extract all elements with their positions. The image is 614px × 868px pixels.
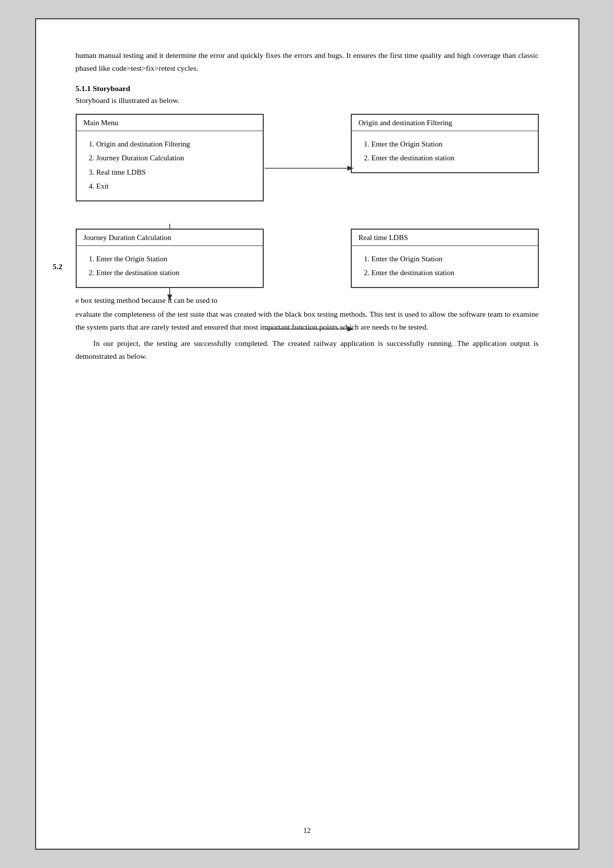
main-menu-title: Main Menu bbox=[77, 115, 263, 131]
page-number: 12 bbox=[36, 826, 578, 835]
page: human manual testing and it determine th… bbox=[35, 18, 579, 850]
origin-filtering-body: Enter the Origin Station Enter the desti… bbox=[352, 131, 538, 172]
main-menu-body: Origin and destination Filtering Journey… bbox=[77, 131, 263, 200]
section-511-heading: 5.1.1 Storyboard bbox=[76, 84, 539, 93]
main-menu-item-2: Journey Duration Calculation bbox=[96, 151, 256, 165]
section-52-label: 5.2 bbox=[53, 262, 62, 271]
origin-item-1: Enter the Origin Station bbox=[372, 137, 531, 151]
journey-item-2: Enter the destination station bbox=[96, 266, 256, 280]
main-menu-item-4: Exit bbox=[96, 179, 256, 193]
journey-item-1: Enter the Origin Station bbox=[96, 252, 256, 266]
bottom-row: 5.2 Journey Duration Calculation Enter t… bbox=[76, 229, 539, 288]
overlap-clipped-span: e box testing method because it can be u… bbox=[76, 296, 218, 304]
realtime-box: Real time LDBS Enter the Origin Station … bbox=[351, 229, 539, 288]
top-row: Main Menu Origin and destination Filteri… bbox=[76, 114, 539, 201]
origin-item-2: Enter the destination station bbox=[372, 151, 531, 165]
storyboard-diagram: Main Menu Origin and destination Filteri… bbox=[76, 114, 539, 288]
realtime-item-2: Enter the destination station bbox=[372, 266, 531, 280]
realtime-title: Real time LDBS bbox=[352, 230, 538, 246]
overlap-text: e box testing method because it can be u… bbox=[76, 294, 539, 307]
origin-filtering-title: Origin and destination Filtering bbox=[352, 115, 538, 131]
storyboard-intro: Storyboard is illustrated as below. bbox=[76, 96, 539, 105]
main-menu-item-1: Origin and destination Filtering bbox=[96, 137, 256, 151]
origin-filtering-box: Origin and destination Filtering Enter t… bbox=[351, 114, 539, 173]
main-menu-item-3: Real time LDBS bbox=[96, 165, 256, 180]
journey-calc-title: Journey Duration Calculation bbox=[77, 230, 263, 246]
realtime-item-1: Enter the Origin Station bbox=[372, 252, 531, 266]
body-paragraph-1: evaluate the completeness of the test su… bbox=[76, 308, 539, 334]
main-menu-box: Main Menu Origin and destination Filteri… bbox=[76, 114, 264, 201]
realtime-body: Enter the Origin Station Enter the desti… bbox=[352, 246, 538, 287]
journey-box-wrapper: 5.2 Journey Duration Calculation Enter t… bbox=[76, 229, 264, 288]
body-paragraph-2: In our project, the testing are successf… bbox=[76, 337, 539, 363]
journey-calc-box: Journey Duration Calculation Enter the O… bbox=[76, 229, 264, 288]
journey-calc-body: Enter the Origin Station Enter the desti… bbox=[77, 246, 263, 287]
intro-paragraph: human manual testing and it determine th… bbox=[76, 49, 539, 75]
